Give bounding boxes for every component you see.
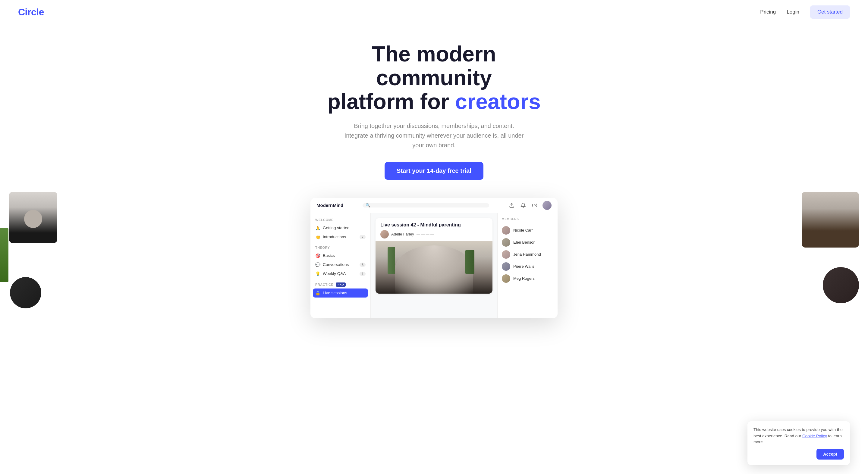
- member-avatar-nicole: [502, 226, 510, 235]
- bell-icon[interactable]: [531, 202, 538, 209]
- member-name-meg: Meg Rogers: [513, 276, 535, 281]
- hero-title-line1: The modern community: [372, 42, 496, 90]
- logo[interactable]: Circle: [18, 7, 44, 18]
- sidebar-section-practice: Practice PRO: [310, 282, 370, 289]
- cookie-banner: This website uses cookies to provide you…: [747, 421, 850, 465]
- topbar-icons: [508, 201, 552, 210]
- sidebar-item-weekly-qa[interactable]: 💡 Weekly Q&A 1: [310, 269, 370, 278]
- post-author: Adelle Farley — — — —: [380, 230, 488, 238]
- member-avatar-eleri: [502, 238, 510, 247]
- member-name-eleri: Eleri Benson: [513, 240, 535, 244]
- hero-title: The modern community platform for creato…: [313, 42, 555, 114]
- member-avatar-jena: [502, 250, 510, 259]
- svg-point-1: [534, 204, 535, 206]
- nav-links: Pricing Login Get started: [760, 5, 850, 19]
- author-name: Adelle Farley: [391, 232, 414, 236]
- post-image: [375, 241, 493, 294]
- post-title: Live session 42 - Mindful parenting: [380, 222, 488, 228]
- member-name-pierre: Pierre Walls: [513, 264, 534, 269]
- members-title: MEMBERS: [502, 217, 553, 221]
- floating-person-4: [823, 267, 859, 303]
- member-name-jena: Jena Hammond: [513, 252, 541, 257]
- navbar: Circle Pricing Login Get started: [0, 0, 868, 24]
- main-content: Live session 42 - Mindful parenting Adel…: [371, 213, 497, 318]
- sidebar-section-welcome: Welcome: [310, 218, 370, 224]
- pricing-link[interactable]: Pricing: [760, 9, 776, 15]
- demo-section: ModernMind 🔍 Welco: [0, 192, 868, 318]
- notification-icon[interactable]: [520, 202, 527, 209]
- app-body: Welcome 🙏 Getting started 👋 Introduction…: [310, 213, 558, 318]
- sidebar-item-basics[interactable]: 🎯 Basics: [310, 251, 370, 260]
- app-topbar: ModernMind 🔍: [310, 198, 558, 213]
- sidebar: Welcome 🙏 Getting started 👋 Introduction…: [310, 213, 371, 318]
- upload-icon[interactable]: [508, 202, 516, 209]
- hero-highlight: creators: [455, 90, 541, 113]
- user-avatar[interactable]: [542, 201, 552, 210]
- sidebar-item-introductions[interactable]: 👋 Introductions 7: [310, 233, 370, 241]
- member-item-eleri[interactable]: Eleri Benson: [502, 236, 553, 248]
- hero-subtitle: Bring together your discussions, members…: [344, 121, 524, 150]
- member-item-nicole[interactable]: Nicole Carr: [502, 224, 553, 236]
- app-window: ModernMind 🔍 Welco: [310, 198, 558, 318]
- hero-section: The modern community platform for creato…: [0, 24, 868, 192]
- post-card: Live session 42 - Mindful parenting Adel…: [375, 218, 493, 294]
- member-name-nicole: Nicole Carr: [513, 228, 533, 233]
- author-dots: — — — —: [416, 232, 434, 236]
- floating-person-1: [9, 192, 57, 243]
- get-started-button[interactable]: Get started: [810, 5, 850, 19]
- trial-button[interactable]: Start your 14-day free trial: [384, 162, 484, 180]
- member-item-pierre[interactable]: Pierre Walls: [502, 261, 553, 273]
- member-avatar-pierre: [502, 262, 510, 271]
- plant-decoration: [0, 228, 8, 282]
- members-panel: MEMBERS Nicole Carr Eleri Benson Jena Ha…: [497, 213, 558, 318]
- hero-title-line2: platform for creators: [327, 90, 541, 113]
- sidebar-item-live-sessions[interactable]: 🔒 Live sessions: [313, 289, 368, 298]
- search-bar[interactable]: 🔍: [363, 203, 489, 207]
- member-item-meg[interactable]: Meg Rogers: [502, 273, 553, 284]
- accept-button[interactable]: Accept: [816, 449, 844, 460]
- member-avatar-meg: [502, 274, 510, 283]
- author-avatar: [380, 230, 389, 238]
- sidebar-item-conversations[interactable]: 💬 Conversations 3: [310, 260, 370, 269]
- cookie-policy-link[interactable]: Cookie Policy: [802, 434, 827, 438]
- sidebar-section-theory: Theory: [310, 246, 370, 251]
- floating-person-2: [9, 276, 42, 309]
- sidebar-item-getting-started[interactable]: 🙏 Getting started: [310, 224, 370, 233]
- post-header: Live session 42 - Mindful parenting Adel…: [375, 218, 493, 241]
- login-link[interactable]: Login: [786, 9, 799, 15]
- floating-person-3: [802, 192, 859, 247]
- search-icon: 🔍: [366, 203, 370, 207]
- cookie-footer: Accept: [753, 449, 844, 460]
- community-name: ModernMind: [316, 203, 343, 208]
- cookie-text: This website uses cookies to provide you…: [753, 427, 844, 445]
- member-item-jena[interactable]: Jena Hammond: [502, 248, 553, 261]
